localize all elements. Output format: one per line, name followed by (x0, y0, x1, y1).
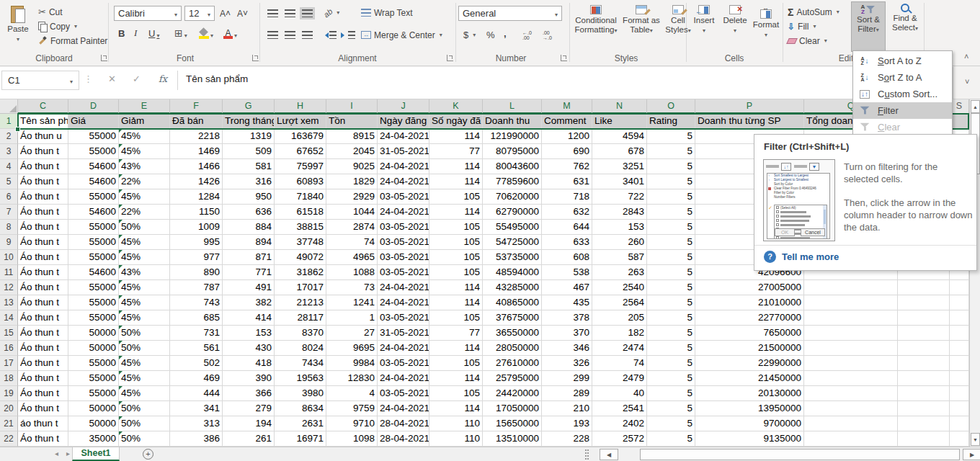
column-header-N[interactable]: N (592, 99, 647, 114)
cell[interactable]: 54600 (68, 159, 119, 174)
cell[interactable]: 77859600 (483, 174, 542, 189)
column-header-J[interactable]: J (378, 99, 429, 114)
cell[interactable]: 19563 (275, 371, 326, 386)
autosum-button[interactable]: ΣAutoSum (785, 5, 842, 19)
row-header-13[interactable]: 13 (0, 295, 18, 310)
cell[interactable]: 1200 (542, 129, 592, 144)
row-header-14[interactable]: 14 (0, 310, 18, 326)
cell[interactable]: 210 (542, 401, 592, 416)
cell[interactable]: 2474 (592, 341, 647, 356)
cell[interactable]: 289 (542, 386, 592, 401)
scroll-left-icon[interactable]: ◀ (600, 449, 618, 460)
cell[interactable]: 722 (592, 189, 647, 205)
cell[interactable]: 50% (119, 326, 170, 341)
cell[interactable]: 9135000 (695, 431, 804, 447)
cell[interactable]: 581 (223, 159, 275, 174)
bottom-align-button[interactable] (300, 6, 315, 20)
font-color-button[interactable] (223, 24, 237, 39)
cell[interactable]: 418 (223, 356, 275, 371)
cell[interactable]: 114 (429, 401, 483, 416)
percent-style-button[interactable]: % (484, 28, 497, 42)
row-header-19[interactable]: 19 (0, 386, 18, 401)
cell[interactable]: 444 (170, 386, 223, 401)
cell[interactable]: 55000 (68, 129, 119, 144)
cell[interactable]: Rating (647, 114, 695, 129)
cell[interactable]: 5 (647, 144, 695, 159)
column-header-O[interactable]: O (647, 99, 695, 114)
cell[interactable]: Like (592, 114, 647, 129)
format-cells-button[interactable]: ↔ Format (751, 3, 781, 50)
cell[interactable]: 77 (429, 326, 483, 341)
column-header-S[interactable]: S (950, 99, 969, 114)
increase-font-button[interactable] (218, 6, 233, 20)
cell[interactable]: 54600 (68, 174, 119, 189)
cell[interactable]: 182 (592, 326, 647, 341)
cell[interactable]: 1426 (170, 174, 223, 189)
cell[interactable]: Áo thun t (18, 310, 68, 326)
cell[interactable]: Doanh thu (483, 114, 542, 129)
format-as-table-button[interactable]: Format as Table (623, 3, 660, 50)
cell[interactable]: 43% (119, 265, 170, 280)
cell[interactable]: 9695 (326, 341, 378, 356)
cell[interactable]: 105 (429, 265, 483, 280)
fill-color-button[interactable] (199, 24, 213, 39)
cell[interactable]: 105 (429, 235, 483, 250)
cell[interactable]: 31-05-2021 (378, 326, 429, 341)
cell[interactable]: 313 (170, 416, 223, 431)
wrap-text-button[interactable]: Wrap Text (359, 6, 415, 19)
cell[interactable]: 378 (542, 310, 592, 326)
cell[interactable]: 67652 (275, 144, 326, 159)
cell[interactable]: 7434 (275, 356, 326, 371)
cell[interactable]: 114 (429, 371, 483, 386)
cell[interactable] (898, 295, 950, 310)
menu-item-filter[interactable]: Filter (853, 102, 952, 119)
cell[interactable]: 36550000 (483, 326, 542, 341)
cell[interactable]: 55000 (68, 295, 119, 310)
menu-item-sort-a-to-z[interactable]: A Z↓Sort A to Z (853, 53, 952, 69)
cell[interactable]: 50% (119, 431, 170, 447)
cell[interactable]: 03-05-2021 (378, 250, 429, 265)
cell[interactable]: áo thun t (18, 416, 68, 431)
cell[interactable]: Áo thun t (18, 250, 68, 265)
cell[interactable]: 38815 (275, 220, 326, 235)
cell[interactable]: 48594000 (483, 265, 542, 280)
cell[interactable] (898, 280, 950, 295)
row-header-20[interactable]: 20 (0, 401, 18, 416)
clear-button[interactable]: Clear (785, 34, 829, 48)
cell[interactable]: 61518 (275, 205, 326, 220)
cell[interactable]: 5 (647, 416, 695, 431)
cell[interactable]: 74 (592, 356, 647, 371)
cell[interactable]: 17017 (275, 280, 326, 295)
cell[interactable] (898, 326, 950, 341)
cell[interactable]: 2929 (326, 189, 378, 205)
decrease-decimal-button[interactable]: .00→.0 (540, 28, 554, 42)
cell[interactable]: 60893 (275, 174, 326, 189)
center-align-button[interactable] (282, 28, 298, 42)
cell[interactable]: 75997 (275, 159, 326, 174)
cell[interactable]: 4594 (592, 129, 647, 144)
font-dialog-launcher[interactable] (252, 55, 259, 61)
cell[interactable]: 2843 (592, 205, 647, 220)
cell[interactable]: 5 (647, 159, 695, 174)
cell[interactable]: 3401 (592, 174, 647, 189)
row-header-18[interactable]: 18 (0, 371, 18, 386)
scroll-down-icon[interactable]: ▼ (971, 433, 980, 446)
cell[interactable]: 718 (542, 189, 592, 205)
cell[interactable] (804, 386, 898, 401)
expand-formula-bar-icon[interactable]: ˅ (965, 77, 969, 86)
cell[interactable]: 12830 (326, 371, 378, 386)
cell[interactable]: 55000 (68, 220, 119, 235)
tab-splitter-grip[interactable] (585, 449, 589, 460)
cell[interactable]: 24-04-2021 (378, 129, 429, 144)
row-header-5[interactable]: 5 (0, 174, 18, 189)
cell[interactable]: 43% (119, 159, 170, 174)
clipboard-dialog-launcher[interactable] (101, 55, 107, 61)
cell[interactable]: 153 (223, 326, 275, 341)
cell[interactable]: 1241 (326, 295, 378, 310)
cell[interactable]: 894 (223, 235, 275, 250)
cell[interactable]: 9025 (326, 159, 378, 174)
cell[interactable] (950, 280, 969, 295)
cell[interactable] (804, 416, 898, 431)
cell[interactable] (898, 386, 950, 401)
cell[interactable]: 45% (119, 386, 170, 401)
